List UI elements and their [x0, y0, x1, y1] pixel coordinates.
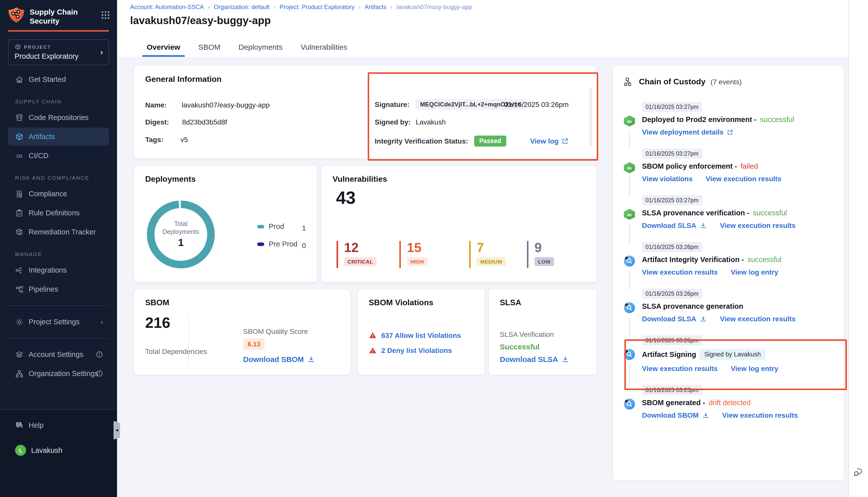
sidebar-item-label: Help — [29, 421, 44, 429]
scan-icon — [624, 256, 635, 267]
view-log-entry-link[interactable]: View log entry — [731, 365, 778, 372]
vulnerabilities-card: Vulnerabilities 43 12 CRITICAL 15 HIGH 7… — [321, 166, 597, 282]
view-violations-link[interactable]: View violations — [642, 175, 693, 183]
sidebar-collapse-handle[interactable]: ◀ — [113, 421, 120, 440]
deny-list-violations-link[interactable]: 2 Deny list Violations — [369, 346, 452, 354]
sidebar-item-cicd[interactable]: ∞ CI/CD — [8, 146, 109, 165]
home-icon — [15, 75, 24, 84]
sidebar-item-label: Remediation Tracker — [29, 228, 96, 236]
sidebar-item-account-settings[interactable]: Account Settings — [8, 345, 109, 364]
view-execution-results-link[interactable]: View execution results — [706, 175, 781, 183]
sidebar-item-label: Project Settings — [29, 318, 80, 326]
sidebar-item-code-repositories[interactable]: Code Repositories — [8, 109, 109, 127]
severity-high: 15 HIGH — [399, 241, 428, 268]
breadcrumb-project[interactable]: Project: Product Exploratory — [280, 3, 355, 11]
project-box-icon — [15, 44, 21, 50]
project-label: PROJECT — [24, 44, 51, 49]
download-sbom-link[interactable]: Download SBOM — [642, 411, 709, 419]
event-status: failed — [741, 162, 758, 170]
project-selector[interactable]: PROJECT Product Exploratory › — [8, 39, 109, 65]
card-title: SBOM — [145, 298, 169, 307]
sidebar-item-integrations[interactable]: Integrations — [8, 261, 109, 279]
chevron-right-icon: › — [208, 3, 210, 11]
allow-list-violations-link[interactable]: 637 Allow list Violations — [369, 331, 461, 339]
event-title: Artifact Integrity Verification - — [642, 256, 744, 264]
sidebar-item-organization-settings[interactable]: Organization Settings — [8, 365, 109, 383]
apps-grid-icon[interactable] — [101, 11, 110, 19]
scan-icon — [624, 302, 635, 313]
sidebar-item-help[interactable]: ? Help — [8, 416, 109, 434]
pipeline-hexagon-icon: ∞ — [624, 209, 635, 220]
sidebar-item-label: Compliance — [29, 190, 67, 198]
download-sbom-link[interactable]: Download SBOM — [243, 355, 315, 364]
brand-divider — [8, 30, 109, 32]
tabs: Overview SBOM Deployments Vulnerabilitie… — [147, 37, 347, 57]
status-badge: Passed — [474, 136, 506, 146]
breadcrumb-organization[interactable]: Organization: default — [214, 3, 270, 11]
sidebar-item-get-started[interactable]: Get Started — [8, 70, 109, 88]
sidebar-item-project-settings[interactable]: Project Settings › — [8, 313, 109, 331]
chat-bubbles-icon[interactable] — [853, 467, 864, 478]
sidebar-item-label: Artifacts — [29, 132, 55, 141]
sidebar-item-artifacts[interactable]: Artifacts — [8, 128, 109, 146]
breadcrumb-current: lavakush07/easy-buggy-app — [396, 3, 472, 11]
breadcrumb-account[interactable]: Account: Automation-SSCA — [130, 3, 204, 11]
legend-item-preprod: Pre Prod — [257, 240, 307, 248]
coc-event-artifact-signing: 01/16/2025 03:26pm Artifact Signing Sign… — [624, 335, 835, 385]
sidebar-item-rule-definitions[interactable]: Rule Definitions — [8, 204, 109, 222]
tab-deployments[interactable]: Deployments — [239, 37, 282, 57]
view-execution-results-link[interactable]: View execution results — [720, 222, 795, 229]
chevron-right-icon: › — [391, 3, 393, 11]
scrollbar[interactable] — [590, 88, 592, 146]
preprod-swatch — [257, 242, 264, 246]
view-execution-results-link[interactable]: View execution results — [722, 411, 798, 419]
page-title: lavakush07/easy-buggy-app — [130, 15, 271, 27]
card-title: Vulnerabilities — [333, 175, 387, 184]
coc-event-artifact-integrity: 01/16/2025 03:26pm Artifact Integrity Ve… — [624, 242, 835, 289]
clipboard-check-icon — [15, 209, 24, 217]
event-title: SBOM generated - — [642, 399, 705, 407]
user-menu[interactable]: L Lavakush — [8, 441, 109, 459]
view-log-entry-link[interactable]: View log entry — [731, 268, 778, 276]
view-execution-results-link[interactable]: View execution results — [642, 268, 717, 276]
tags-label: Tags: — [145, 136, 164, 144]
sbom-card: SBOM 216 Total Dependencies SBOM Quality… — [134, 289, 351, 375]
signature-timestamp: 01/16/2025 03:26pm — [504, 100, 569, 109]
view-log-link[interactable]: View log — [530, 137, 569, 145]
severity-badge: MEDIUM — [477, 257, 506, 266]
signed-by-badge: Signed by Lavakush — [700, 349, 765, 360]
divider — [8, 338, 109, 338]
download-slsa-link[interactable]: Download SLSA — [642, 222, 707, 229]
event-timestamp: 01/16/2025 03:27pm — [642, 102, 702, 112]
view-deployment-details-link[interactable]: View deployment details — [642, 128, 733, 136]
view-execution-results-link[interactable]: View execution results — [720, 315, 795, 323]
sidebar-item-remediation-tracker[interactable]: Remediation Tracker — [8, 223, 109, 241]
event-timestamp: 01/16/2025 03:27pm — [642, 195, 702, 205]
event-timestamp: 01/16/2025 03:27pm — [642, 148, 702, 159]
sbom-quality-label: SBOM Quality Score — [243, 327, 308, 335]
download-slsa-link[interactable]: Download SLSA — [500, 355, 569, 364]
prod-value: 1 — [302, 224, 306, 232]
sidebar-item-label: Organization Settings — [29, 369, 98, 378]
tab-overview[interactable]: Overview — [147, 37, 180, 57]
sbom-total: 216 — [145, 314, 170, 331]
breadcrumb-artifacts[interactable]: Artifacts — [365, 3, 387, 11]
coc-event-slsa-generation: 01/16/2025 03:26pm SLSA provenance gener… — [624, 289, 835, 335]
external-link-icon — [727, 129, 733, 135]
tags-value: v5 — [181, 136, 188, 144]
tab-vulnerabilities[interactable]: Vulnerabilities — [300, 37, 347, 57]
download-icon — [700, 315, 707, 322]
download-slsa-link[interactable]: Download SLSA — [642, 315, 707, 323]
sbom-violations-card: SBOM Violations 637 Allow list Violation… — [358, 289, 485, 375]
warning-icon — [369, 331, 377, 339]
severity-badge: LOW — [534, 257, 554, 266]
severity-low: 9 LOW — [527, 241, 554, 268]
tab-sbom[interactable]: SBOM — [198, 37, 220, 57]
deployments-card: Deployments Total Deployments 1 Prod 1 P… — [134, 166, 317, 282]
download-icon — [562, 355, 569, 363]
slsa-status: Successful — [500, 342, 540, 351]
integrity-status-label: Integrity Verification Status: — [375, 137, 468, 145]
sidebar-item-pipelines[interactable]: Pipelines — [8, 280, 109, 298]
sidebar-item-compliance[interactable]: Compliance — [8, 185, 109, 203]
view-execution-results-link[interactable]: View execution results — [642, 365, 717, 372]
